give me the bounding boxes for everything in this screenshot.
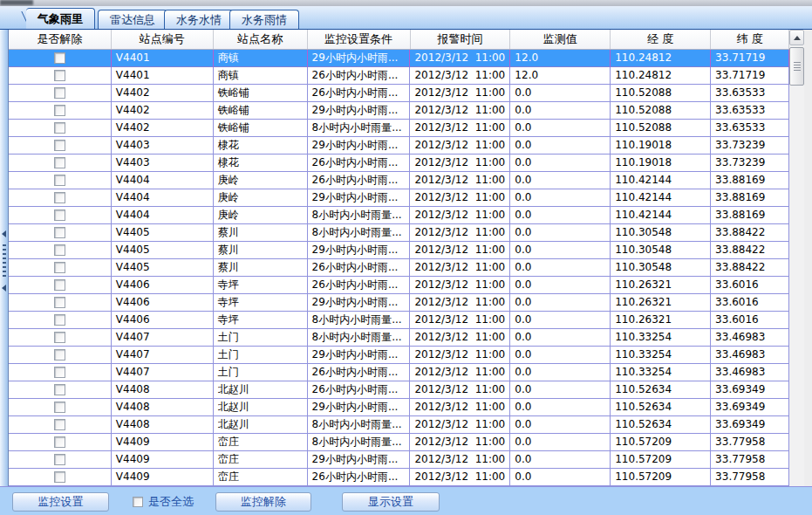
condition-cell: 26小时内小时雨... xyxy=(308,277,411,294)
table-row[interactable]: V4407土门29小时内小时雨...2012/3/12 11:000.0110.… xyxy=(9,347,789,364)
dismiss-checkbox[interactable] xyxy=(54,52,65,64)
table-row[interactable]: V4404庚岭26小时内小时雨...2012/3/12 11:000.0110.… xyxy=(9,172,789,189)
right-gutter xyxy=(804,30,812,486)
longitude-cell: 110.52088 xyxy=(611,85,711,102)
table-row[interactable]: V4406寺坪26小时内小时雨...2012/3/12 11:000.0110.… xyxy=(9,277,789,294)
tab-weather-rainfall[interactable]: 气象雨里 xyxy=(26,8,95,29)
table-row[interactable]: V4407土门26小时内小时雨...2012/3/12 11:000.0110.… xyxy=(9,364,789,381)
table-row[interactable]: V4405蔡川29小时内小时雨...2012/3/12 11:000.0110.… xyxy=(9,242,789,259)
alarm-time-cell: 2012/3/12 11:00 xyxy=(410,189,510,207)
table-row[interactable]: V4406寺坪29小时内小时雨...2012/3/12 11:000.0110.… xyxy=(9,294,789,312)
dismiss-checkbox[interactable] xyxy=(54,454,65,465)
scrollbar-thumb[interactable] xyxy=(789,47,804,86)
monitor-value-cell: 0.0 xyxy=(510,154,611,172)
dismiss-checkbox[interactable] xyxy=(54,244,65,256)
scroll-up-button[interactable] xyxy=(789,30,804,45)
dismiss-checkbox[interactable] xyxy=(54,297,65,308)
table-row[interactable]: V4404庚岭29小时内小时雨...2012/3/12 11:000.0110.… xyxy=(9,189,789,207)
col-header-station-id[interactable]: 站点编号 xyxy=(112,30,214,49)
monitor-value-cell: 0.0 xyxy=(510,277,611,294)
condition-cell: 29小时内小时雨... xyxy=(308,242,411,259)
longitude-cell: 110.26321 xyxy=(611,294,711,312)
table-row[interactable]: V4402铁峪铺26小时内小时雨...2012/3/12 11:000.0110… xyxy=(9,85,789,102)
window-title-fragment xyxy=(0,0,33,5)
dismiss-checkbox[interactable] xyxy=(54,436,65,448)
col-header-station-name[interactable]: 站点名称 xyxy=(214,30,308,49)
dismiss-checkbox[interactable] xyxy=(54,471,65,483)
select-all-checkbox[interactable] xyxy=(133,497,143,507)
table-row[interactable]: V4408北赵川8小时内小时雨量...2012/3/12 11:000.0110… xyxy=(9,416,789,434)
table-row[interactable]: V4401商镇26小时内小时雨...2012/3/12 11:0012.0110… xyxy=(9,67,789,85)
dismiss-checkbox[interactable] xyxy=(54,105,65,116)
station-name-cell: 铁峪铺 xyxy=(214,102,308,120)
col-header-condition[interactable]: 监控设置条件 xyxy=(308,30,411,49)
dismiss-checkbox[interactable] xyxy=(54,192,65,203)
col-header-alarm-time[interactable]: 报警时间 xyxy=(411,30,511,49)
condition-cell: 29小时内小时雨... xyxy=(308,50,411,67)
col-header-value[interactable]: 监测值 xyxy=(510,30,611,49)
collapse-left-icon[interactable] xyxy=(2,285,6,292)
latitude-cell: 33.77958 xyxy=(711,434,789,451)
display-set-button[interactable]: 显示设置 xyxy=(342,492,440,512)
table-row[interactable]: V4406寺坪8小时内小时雨量...2012/3/12 11:000.0110.… xyxy=(9,312,789,329)
dismiss-checkbox[interactable] xyxy=(54,367,65,378)
alarm-time-cell: 2012/3/12 11:00 xyxy=(410,207,510,224)
longitude-cell: 110.24812 xyxy=(611,50,711,67)
tab-water-regime[interactable]: 水务水情 xyxy=(164,10,234,29)
dismiss-checkbox[interactable] xyxy=(54,209,65,221)
table-row[interactable]: V4409峦庄26小时内小时雨...2012/3/12 11:000.0110.… xyxy=(9,469,789,486)
table-row[interactable]: V4405蔡川8小时内小时雨量...2012/3/12 11:000.0110.… xyxy=(9,224,789,242)
dismiss-checkbox[interactable] xyxy=(54,70,65,81)
longitude-cell: 110.57209 xyxy=(611,469,711,486)
monitor-release-button[interactable]: 监控解除 xyxy=(215,492,311,512)
dismiss-checkbox[interactable] xyxy=(54,384,65,395)
table-row[interactable]: V4403棣花26小时内小时雨...2012/3/12 11:000.0110.… xyxy=(9,154,789,172)
dismiss-checkbox[interactable] xyxy=(54,227,65,238)
table-row[interactable]: V4402铁峪铺29小时内小时雨...2012/3/12 11:000.0110… xyxy=(9,102,789,120)
collapse-left-icon[interactable] xyxy=(2,230,6,237)
table-row[interactable]: V4402铁峪铺8小时内小时雨量...2012/3/12 11:000.0110… xyxy=(9,120,789,137)
col-header-latitude[interactable]: 纬 度 xyxy=(711,30,789,49)
col-header-longitude[interactable]: 经 度 xyxy=(611,30,711,49)
dismiss-checkbox[interactable] xyxy=(54,419,65,430)
monitor-value-cell: 0.0 xyxy=(510,434,611,451)
dismiss-checkbox[interactable] xyxy=(54,332,65,343)
tab-water-rainfall[interactable]: 水务雨情 xyxy=(229,10,299,29)
table-row[interactable]: V4408北赵川26小时内小时雨...2012/3/12 11:000.0110… xyxy=(9,381,789,399)
monitor-value-cell: 0.0 xyxy=(510,294,611,312)
dismiss-cell xyxy=(9,347,112,364)
station-id-cell: V4403 xyxy=(112,154,214,172)
table-row[interactable]: V4405蔡川26小时内小时雨...2012/3/12 11:000.0110.… xyxy=(9,259,789,277)
dismiss-checkbox[interactable] xyxy=(54,349,65,360)
vertical-scrollbar[interactable] xyxy=(789,30,804,486)
dismiss-checkbox[interactable] xyxy=(54,175,65,186)
monitor-set-button[interactable]: 监控设置 xyxy=(12,492,109,512)
splitter-grip-icon[interactable] xyxy=(3,244,6,279)
table-row[interactable]: V4409峦庄29小时内小时雨...2012/3/12 11:000.0110.… xyxy=(9,451,789,469)
longitude-cell: 110.42144 xyxy=(611,207,711,224)
col-header-dismiss[interactable]: 是否解除 xyxy=(9,30,112,49)
dismiss-checkbox[interactable] xyxy=(54,122,65,134)
dismiss-checkbox[interactable] xyxy=(54,87,65,99)
dismiss-checkbox[interactable] xyxy=(54,140,65,151)
table-row[interactable]: V4403棣花29小时内小时雨...2012/3/12 11:000.0110.… xyxy=(9,137,789,154)
dismiss-checkbox[interactable] xyxy=(54,157,65,168)
table-row[interactable]: V4404庚岭8小时内小时雨量...2012/3/12 11:000.0110.… xyxy=(9,207,789,224)
station-id-cell: V4402 xyxy=(112,120,214,137)
dismiss-checkbox[interactable] xyxy=(54,279,65,291)
dismiss-cell xyxy=(9,67,112,85)
dismiss-checkbox[interactable] xyxy=(54,314,65,326)
dismiss-checkbox[interactable] xyxy=(54,402,65,413)
dismiss-checkbox[interactable] xyxy=(54,262,65,273)
alarm-time-cell: 2012/3/12 11:00 xyxy=(410,347,510,364)
table-row[interactable]: V4407土门8小时内小时雨量...2012/3/12 11:000.0110.… xyxy=(9,329,789,347)
alarm-time-cell: 2012/3/12 11:00 xyxy=(410,102,510,120)
tab-radar-info[interactable]: 雷达信息 xyxy=(98,10,167,29)
left-splitter-bar[interactable] xyxy=(0,30,8,486)
table-row[interactable]: V4401商镇29小时内小时雨...2012/3/12 11:0012.0110… xyxy=(9,50,789,67)
table-row[interactable]: V4408北赵川29小时内小时雨...2012/3/12 11:000.0110… xyxy=(9,399,789,416)
alarm-time-cell: 2012/3/12 11:00 xyxy=(410,120,510,137)
monitor-value-cell: 0.0 xyxy=(510,172,611,189)
table-row[interactable]: V4409峦庄8小时内小时雨量...2012/3/12 11:000.0110.… xyxy=(9,434,789,451)
up-arrow-icon xyxy=(794,36,801,40)
